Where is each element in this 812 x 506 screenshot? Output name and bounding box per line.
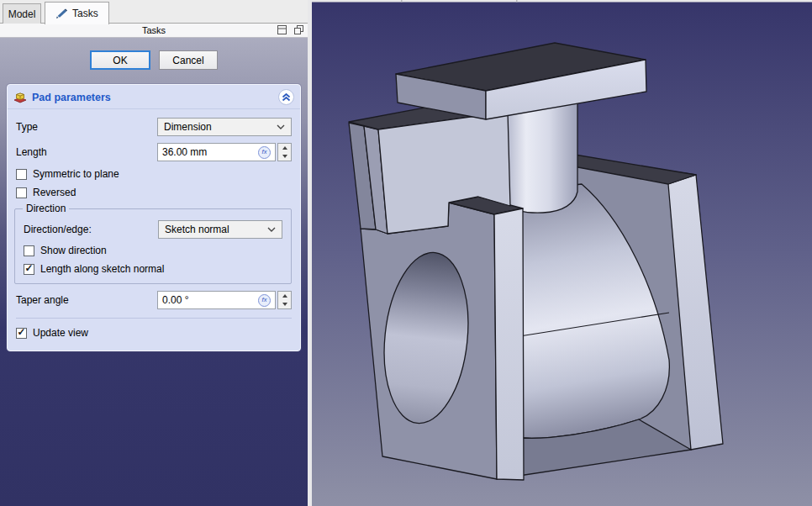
type-dropdown[interactable]: Dimension [157,118,292,136]
taper-angle-input[interactable]: 0.00 ° fx [157,291,276,309]
chevron-down-icon [267,227,276,232]
ok-button-label: OK [113,55,127,66]
tab-tasks-label: Tasks [72,8,98,19]
show-direction-label: Show direction [40,245,107,256]
symmetric-to-plane-row[interactable]: Symmetric to plane [8,165,300,183]
front-plate-edge-strip [494,208,524,480]
reversed-checkbox[interactable] [16,187,27,198]
show-direction-checkbox[interactable] [24,245,34,256]
length-input-value: 36.00 mm [162,146,258,158]
symmetric-to-plane-label: Symmetric to plane [33,168,119,180]
tasks-titlebar: Tasks [0,24,308,38]
tasks-panel-body: OK Cancel Pad paramet [0,38,308,506]
taper-angle-row: Taper angle 0.00 ° fx [8,287,300,313]
taper-angle-value: 0.00 ° [162,294,258,306]
chevron-down-icon [277,124,285,129]
cancel-button[interactable]: Cancel [159,50,218,70]
pad-feature-icon [13,91,27,103]
combo-view-panel: Model Tasks Tasks [0,0,308,506]
tab-model-label: Model [8,8,36,20]
taper-spin-down[interactable] [278,300,291,308]
taper-spinner [277,291,292,309]
reversed-row[interactable]: Reversed [8,183,300,202]
symmetric-to-plane-checkbox[interactable] [16,169,27,180]
tab-tasks[interactable]: Tasks [45,2,109,24]
length-spin-down[interactable] [278,152,291,161]
length-input[interactable]: 36.00 mm fx [157,143,276,161]
float-panel-icon[interactable] [294,25,303,34]
direction-groupbox: Direction Direction/edge: Sketch normal [14,208,292,284]
toolbar-remnant-strip [312,0,812,3]
divider [16,318,292,319]
type-label: Type [16,121,157,133]
pad-parameters-title: Pad parameters [32,92,278,103]
update-view-label: Update view [33,327,88,339]
direction-edge-value: Sketch normal [165,224,267,235]
length-spin-up[interactable] [278,144,291,152]
task-dialog-buttons: OK Cancel [0,38,308,70]
pencil-icon [55,8,67,19]
taper-angle-label: Taper angle [16,294,157,306]
reversed-label: Reversed [33,187,76,198]
freecad-window: Model Tasks Tasks [0,0,812,506]
expression-fx-icon[interactable]: fx [258,146,271,159]
ok-button[interactable]: OK [90,50,150,70]
length-spinner [277,143,292,161]
type-dropdown-value: Dimension [164,121,277,133]
length-row: Length 36.00 mm fx [8,140,300,165]
tasks-title: Tasks [0,25,308,35]
collapse-section-button[interactable] [278,89,294,105]
show-direction-row[interactable]: Show direction [17,241,289,260]
along-normal-checkbox[interactable] [24,264,34,275]
length-label: Length [16,146,157,158]
3d-viewport[interactable] [312,0,812,506]
type-row: Type Dimension [8,114,300,140]
direction-edge-row: Direction/edge: Sketch normal [17,218,289,241]
direction-edge-label: Direction/edge: [24,224,158,235]
along-normal-label: Length along sketch normal [40,263,164,275]
expression-fx-icon[interactable]: fx [258,294,271,307]
boss-cylinder [506,99,577,213]
direction-group-label: Direction [23,203,69,214]
direction-edge-dropdown[interactable]: Sketch normal [158,220,282,239]
double-chevron-up-icon [282,93,291,102]
update-view-checkbox[interactable] [16,328,27,339]
along-normal-row[interactable]: Length along sketch normal [17,260,289,278]
cancel-button-label: Cancel [172,55,203,66]
combo-view-tabbar: Model Tasks [0,0,308,24]
taper-spin-up[interactable] [278,292,291,300]
update-view-row[interactable]: Update view [8,320,300,342]
pad-parameters-box: Pad parameters Type Dimension [7,84,301,351]
pad-parameters-header[interactable]: Pad parameters [8,85,300,109]
tab-model[interactable]: Model [3,3,41,24]
dock-panel-icon[interactable] [277,25,287,34]
